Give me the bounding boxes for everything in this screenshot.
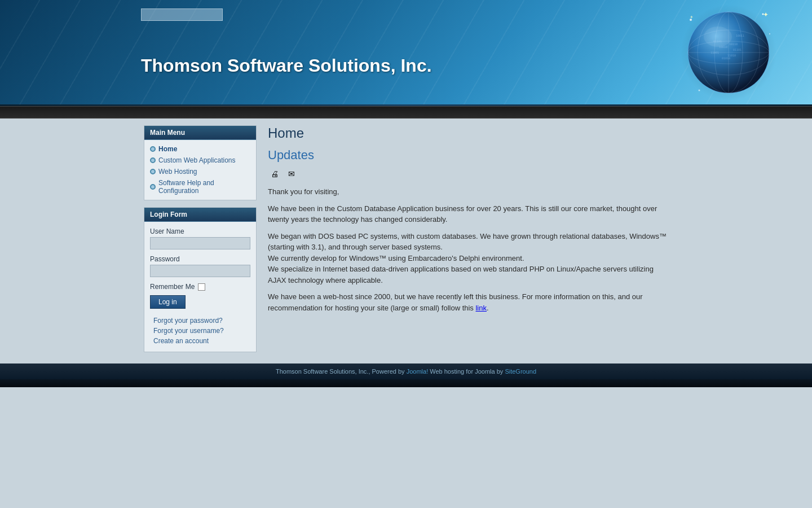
joomla-link[interactable]: Joomla! xyxy=(407,368,429,375)
sidebar: Main Menu Home Custom Web Applications W… xyxy=(144,125,257,352)
password-input[interactable] xyxy=(150,265,250,277)
paragraph-1: Thank you for visiting, xyxy=(268,186,668,198)
main-menu-box: Main Menu Home Custom Web Applications W… xyxy=(144,125,257,200)
remember-me-checkbox[interactable] xyxy=(198,283,205,291)
svg-text:11010: 11010 xyxy=(727,54,736,57)
remember-me-row: Remember Me xyxy=(150,283,250,291)
footer-sub-bar xyxy=(0,379,812,387)
svg-point-16 xyxy=(704,27,732,47)
content-action-icons: 🖨 ✉ xyxy=(268,168,668,179)
bullet-icon xyxy=(150,157,156,163)
paragraph-2: We have been in the Custom Database Appl… xyxy=(268,203,668,225)
bullet-icon xyxy=(150,184,156,190)
content-body: Thank you for visiting, We have been in … xyxy=(268,186,668,313)
username-label: User Name xyxy=(150,227,250,235)
site-title: Thomson Software Solutions, Inc. xyxy=(141,55,432,76)
svg-text:✦: ✦ xyxy=(763,11,769,19)
forgot-password-link[interactable]: Forgot your password? xyxy=(150,316,250,326)
svg-text:10110: 10110 xyxy=(729,42,738,46)
footer-text-before: Thomson Software Solutions, Inc., Powere… xyxy=(276,368,407,375)
navbar xyxy=(0,106,812,119)
login-form-header: Login Form xyxy=(144,208,256,222)
bullet-icon xyxy=(150,169,156,174)
login-form-box: Login Form User Name Password Remember M… xyxy=(144,207,257,352)
svg-point-19 xyxy=(769,33,770,34)
section-title: Updates xyxy=(268,148,668,163)
svg-text:10011: 10011 xyxy=(736,34,744,37)
paragraph-4: We have been a web-host since 2000, but … xyxy=(268,291,668,313)
footer-text-middle: Web hosting for Joomla by xyxy=(428,368,505,375)
create-account-link[interactable]: Create an account xyxy=(150,336,250,346)
main-menu-content: Home Custom Web Applications Web Hosting… xyxy=(144,140,256,200)
login-button[interactable]: Log in xyxy=(150,295,186,309)
globe-graphic: 01101 10010 11001 01010 10110 01101 1101… xyxy=(679,3,778,102)
remember-me-label: Remember Me xyxy=(150,283,195,291)
email-icon[interactable]: ✉ xyxy=(285,168,298,179)
siteground-link[interactable]: SiteGround xyxy=(505,368,536,375)
page-title: Home xyxy=(268,125,668,141)
header-search-bar[interactable] xyxy=(141,8,223,21)
page-header: Thomson Software Solutions, Inc. xyxy=(0,0,812,104)
password-label: Password xyxy=(150,255,250,263)
svg-text:01101: 01101 xyxy=(733,48,742,51)
main-content: Home Updates 🖨 ✉ Thank you for visiting,… xyxy=(257,125,668,352)
svg-text:✦: ✦ xyxy=(690,15,694,20)
paragraph-3: We began with DOS based PC systems, with… xyxy=(268,231,668,286)
svg-text:11001: 11001 xyxy=(710,51,719,54)
hosting-link[interactable]: link xyxy=(475,304,487,312)
sidebar-item-custom-web-applications[interactable]: Custom Web Applications xyxy=(147,155,254,166)
login-form-content: User Name Password Remember Me Log in Fo… xyxy=(144,222,256,352)
bullet-icon xyxy=(150,146,156,152)
page-footer: Thomson Software Solutions, Inc., Powere… xyxy=(0,364,812,379)
svg-point-20 xyxy=(699,90,700,91)
sidebar-item-web-hosting[interactable]: Web Hosting xyxy=(147,166,254,177)
main-wrapper: Main Menu Home Custom Web Applications W… xyxy=(144,119,668,352)
sidebar-item-software-help[interactable]: Software Help and Configuration xyxy=(147,177,254,196)
sidebar-item-home[interactable]: Home xyxy=(147,143,254,155)
forgot-username-link[interactable]: Forgot your username? xyxy=(150,326,250,336)
username-input[interactable] xyxy=(150,237,250,249)
print-icon[interactable]: 🖨 xyxy=(268,168,281,179)
main-menu-header: Main Menu xyxy=(144,126,256,140)
